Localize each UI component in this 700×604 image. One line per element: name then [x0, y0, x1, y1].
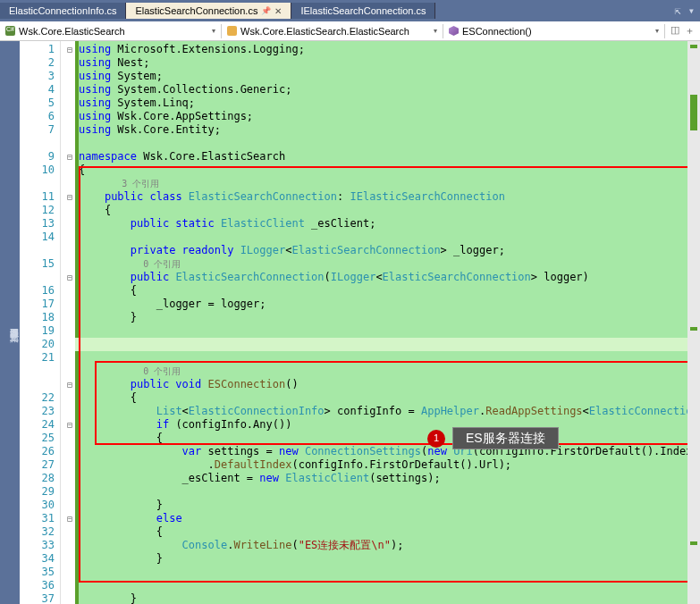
tab-elasticconnectioninfo[interactable]: ElasticConnectionInfo.cs: [0, 3, 126, 19]
fold-gutter[interactable]: ⊟⊟⊟⊟⊟⊟⊟: [61, 41, 75, 604]
callout-number: 1: [427, 430, 445, 448]
method-icon: [449, 26, 459, 36]
tab-menu-icon[interactable]: ▾: [688, 4, 695, 17]
tab-elasticsearchconnection[interactable]: ElasticSearchConnection.cs 📌 ✕: [126, 3, 291, 19]
side-panel-tabs[interactable]: 服务器资源管理器 工具箱: [0, 41, 20, 604]
split-icon[interactable]: ◫: [670, 24, 679, 38]
chevron-down-icon: ▾: [655, 27, 659, 35]
line-number-gutter: 1234567910111213141516171819202122232425…: [20, 41, 61, 604]
close-icon[interactable]: ✕: [274, 6, 282, 16]
crumb-class[interactable]: Wsk.Core.ElasticSearch.ElasticSearch▾: [222, 24, 443, 38]
csharp-icon: [5, 26, 15, 36]
tab-overflow-icon[interactable]: ⇱: [675, 4, 681, 17]
file-tabs-bar: ElasticConnectionInfo.cs ElasticSearchCo…: [0, 0, 700, 21]
overview-ruler[interactable]: [687, 41, 700, 604]
crumb-member[interactable]: ESConnection()▾: [443, 24, 665, 38]
class-icon: [227, 26, 237, 36]
annotation-callout: 1 ES服务器连接: [427, 427, 559, 449]
tab-ielasticsearchconnection[interactable]: IElasticSearchConnection.cs: [291, 3, 435, 19]
editor-area: 服务器资源管理器 工具箱 123456791011121314151617181…: [0, 41, 700, 604]
navigation-bar: Wsk.Core.ElasticSearch▾ Wsk.Core.Elastic…: [0, 21, 700, 41]
chevron-down-icon: ▾: [212, 27, 215, 35]
pin-icon[interactable]: 📌: [261, 6, 271, 15]
callout-label: ES服务器连接: [452, 427, 559, 449]
plus-icon[interactable]: ＋: [685, 24, 695, 38]
crumb-namespace[interactable]: Wsk.Core.ElasticSearch▾: [0, 24, 222, 38]
code-editor[interactable]: using Microsoft.Extensions.Logging; usin…: [75, 41, 687, 604]
chevron-down-icon: ▾: [434, 27, 437, 35]
